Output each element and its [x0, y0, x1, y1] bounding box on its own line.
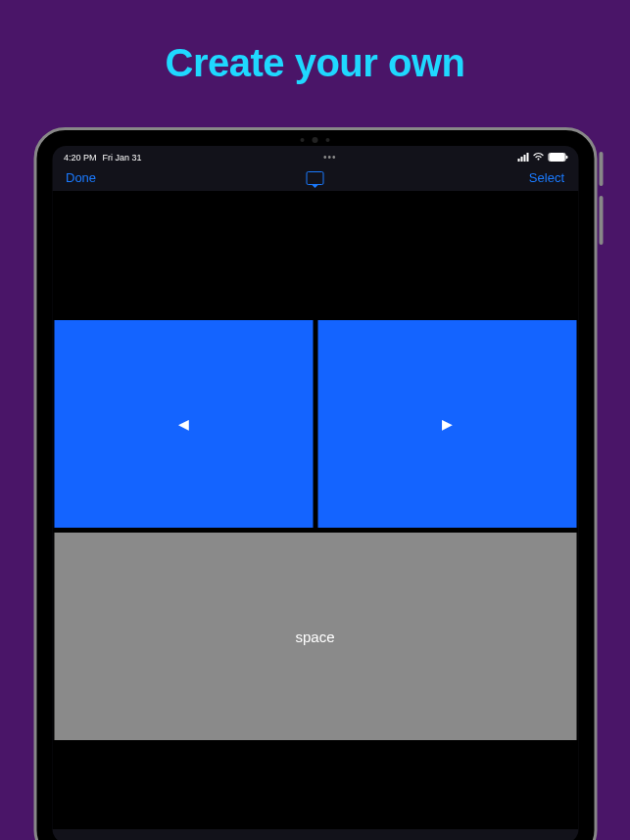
space-button[interactable]: space [54, 533, 576, 740]
ipad-frame: 4:20 PM Fri Jan 31 ••• [33, 127, 597, 840]
status-bar: 4:20 PM Fri Jan 31 ••• [52, 146, 578, 164]
camera-cluster [301, 137, 330, 143]
status-date: Fri Jan 31 [103, 153, 142, 163]
power-button [599, 152, 603, 186]
done-button[interactable]: Done [66, 170, 96, 185]
volume-buttons [599, 196, 603, 245]
left-arrow-icon: ◀ [178, 416, 189, 432]
page-headline: Create your own [0, 0, 630, 85]
status-left: 4:20 PM Fri Jan 31 [64, 153, 142, 163]
battery-icon [549, 153, 566, 162]
ipad-bezel: 4:20 PM Fri Jan 31 ••• [33, 127, 597, 840]
spacer-top [52, 191, 578, 320]
status-multitask-dots[interactable]: ••• [323, 152, 337, 163]
spacer-bottom [52, 740, 578, 829]
left-arrow-button[interactable]: ◀ [54, 320, 313, 528]
airplay-button[interactable] [307, 171, 324, 185]
wifi-icon [533, 152, 545, 163]
status-right [518, 152, 566, 163]
nav-bar: Done Select [52, 164, 578, 191]
space-label: space [295, 629, 334, 645]
status-time: 4:20 PM [64, 153, 97, 163]
right-arrow-icon: ▶ [442, 416, 453, 432]
select-button[interactable]: Select [529, 170, 564, 185]
right-arrow-button[interactable]: ▶ [317, 320, 576, 528]
airplay-icon [307, 171, 324, 185]
content-area: ◀ ▶ space [52, 191, 578, 829]
arrow-button-row: ◀ ▶ [52, 320, 578, 528]
signal-icon [518, 153, 529, 162]
ipad-screen: 4:20 PM Fri Jan 31 ••• [52, 146, 578, 840]
